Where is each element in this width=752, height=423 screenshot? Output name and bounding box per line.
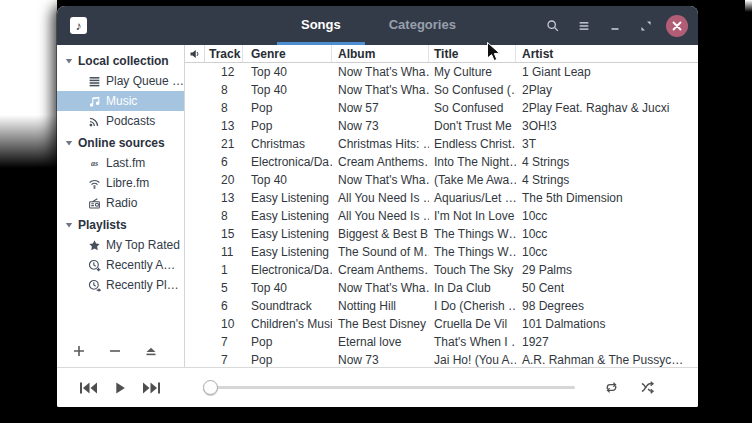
cell-album: The Sound of M…	[332, 245, 429, 259]
cell-genre: Easy Listening	[243, 209, 332, 223]
sidebar-item-label: Radio	[106, 196, 137, 210]
minimize-button[interactable]	[604, 15, 626, 37]
cell-album: All You Need Is …	[332, 191, 429, 205]
cell-genre: Easy Listening	[243, 227, 332, 241]
sidebar-item-last-fm[interactable]: as Last.fm	[57, 153, 184, 173]
table-row[interactable]: 8 Top 40 Now That's Wha… So Confused (… …	[185, 81, 698, 99]
table-row[interactable]: 13 Easy Listening All You Need Is … Aqua…	[185, 189, 698, 207]
next-button[interactable]	[142, 382, 161, 394]
sidebar-section: Playlists My Top Rated Recently A… Recen…	[57, 215, 184, 295]
tab-categories[interactable]: Categories	[365, 6, 480, 45]
sidebar-item-libre-fm[interactable]: Libre.fm	[57, 173, 184, 193]
sidebar-item-my-top-rated[interactable]: My Top Rated	[57, 235, 184, 255]
cell-genre: Top 40	[243, 173, 332, 187]
sidebar-toolbar	[57, 339, 184, 367]
column-header-playing[interactable]	[185, 45, 205, 62]
sidebar-item-recently-pl[interactable]: Recently Pl…	[57, 275, 184, 295]
sidebar: Local collection Play Queue … Music Podc…	[57, 45, 185, 367]
table-row[interactable]: 6 Electronica/Da… Cream Anthems… Into Th…	[185, 153, 698, 171]
cell-genre: Children's Music	[243, 317, 332, 331]
recently-added-icon	[88, 259, 101, 272]
column-header-track[interactable]: Track	[205, 45, 243, 62]
cell-title: Cruella De Vil	[429, 317, 516, 331]
cell-genre: Top 40	[243, 281, 332, 295]
sidebar-section-header[interactable]: Playlists	[57, 215, 184, 235]
table-row[interactable]: 7 Pop Eternal love That's When I … 1927	[185, 333, 698, 351]
table-row[interactable]: 11 Easy Listening The Sound of M… The Th…	[185, 243, 698, 261]
cell-album: Now That's Wha…	[332, 281, 429, 295]
repeat-icon[interactable]	[604, 368, 619, 407]
cell-artist: 10cc	[516, 227, 698, 241]
cell-genre: Pop	[243, 353, 332, 367]
seek-track[interactable]	[209, 386, 575, 389]
sidebar-item-play-queue[interactable]: Play Queue …	[57, 71, 184, 91]
cell-genre: Soundtrack	[243, 299, 332, 313]
table-row[interactable]: 8 Pop Now 57 So Confused 2Play Feat. Rag…	[185, 99, 698, 117]
table-row[interactable]: 5 Top 40 Now That's Wha… In Da Club 50 C…	[185, 279, 698, 297]
cell-album: Now 73	[332, 353, 429, 367]
table-row[interactable]: 20 Top 40 Now That's Wha… (Take Me Awa… …	[185, 171, 698, 189]
sidebar-section-header[interactable]: Online sources	[57, 133, 184, 153]
svg-text:as: as	[91, 159, 98, 168]
seek-slider[interactable]	[203, 368, 575, 407]
cell-album: Cream Anthems…	[332, 155, 429, 169]
eject-button[interactable]	[145, 345, 157, 357]
cell-title: My Culture	[429, 65, 516, 79]
cell-track: 7	[205, 353, 243, 367]
cell-title: Don't Trust Me	[429, 119, 516, 133]
previous-button[interactable]	[79, 382, 98, 394]
column-header-title[interactable]: Title	[429, 45, 516, 62]
sidebar-item-recently-a[interactable]: Recently A…	[57, 255, 184, 275]
cell-album: Christmas Hits: …	[332, 137, 429, 151]
column-header-genre[interactable]: Genre	[243, 45, 332, 62]
close-button[interactable]	[666, 15, 688, 37]
add-playlist-button[interactable]	[73, 345, 85, 357]
cell-track: 15	[205, 227, 243, 241]
table-row[interactable]: 12 Top 40 Now That's Wha… My Culture 1 G…	[185, 63, 698, 81]
table-row[interactable]: 6 Soundtrack Notting Hill I Do (Cherish …	[185, 297, 698, 315]
tab-songs[interactable]: Songs	[277, 6, 365, 45]
cell-genre: Easy Listening	[243, 245, 332, 259]
cell-track: 8	[205, 101, 243, 115]
maximize-button[interactable]	[635, 15, 657, 37]
sidebar-section-header[interactable]: Local collection	[57, 51, 184, 71]
cell-genre: Easy Listening	[243, 191, 332, 205]
sidebar-item-podcasts[interactable]: Podcasts	[57, 111, 184, 131]
cell-title: So Confused (…	[429, 83, 516, 97]
cell-artist: 4 Strings	[516, 173, 698, 187]
speaker-icon	[189, 48, 201, 60]
desktop-background-top-left	[0, 0, 57, 170]
table-row[interactable]: 1 Electronica/Da… Cream Anthems… Touch T…	[185, 261, 698, 279]
remove-playlist-button[interactable]	[109, 345, 121, 357]
cell-album: Now That's Wha…	[332, 83, 429, 97]
table-row[interactable]: 8 Easy Listening All You Need Is … I'm N…	[185, 207, 698, 225]
expander-triangle-icon	[65, 57, 73, 65]
seek-handle[interactable]	[203, 380, 218, 395]
sidebar-item-music[interactable]: Music	[57, 91, 184, 111]
column-header-album[interactable]: Album	[332, 45, 429, 62]
cell-artist: 101 Dalmations	[516, 317, 698, 331]
shuffle-icon[interactable]	[640, 368, 655, 407]
sidebar-section-label: Local collection	[78, 54, 169, 68]
cell-artist: 3T	[516, 137, 698, 151]
cell-title: So Confused	[429, 101, 516, 115]
cell-title: Touch The Sky	[429, 263, 516, 277]
column-header-artist[interactable]: Artist	[516, 45, 698, 62]
cell-artist: 2Play	[516, 83, 698, 97]
cell-artist: 1 Giant Leap	[516, 65, 698, 79]
play-queue-icon	[88, 75, 101, 88]
play-button[interactable]	[115, 382, 125, 394]
table-row[interactable]: 10 Children's Music The Best Disney … Cr…	[185, 315, 698, 333]
search-icon[interactable]	[542, 15, 564, 37]
sidebar-item-radio[interactable]: Radio	[57, 193, 184, 213]
cell-artist: 10cc	[516, 209, 698, 223]
table-row[interactable]: 7 Pop Now 73 Jai Ho! (You A… A.R. Rahman…	[185, 351, 698, 367]
star-icon	[88, 239, 101, 252]
table-row[interactable]: 21 Christmas Christmas Hits: … Endless C…	[185, 135, 698, 153]
cell-track: 21	[205, 137, 243, 151]
menu-icon[interactable]	[573, 15, 595, 37]
table-row[interactable]: 13 Pop Now 73 Don't Trust Me 3OH!3	[185, 117, 698, 135]
cell-artist: A.R. Rahman & The Pussyc…	[516, 353, 698, 367]
player-bar	[57, 367, 698, 407]
table-row[interactable]: 15 Easy Listening Biggest & Best B… The …	[185, 225, 698, 243]
